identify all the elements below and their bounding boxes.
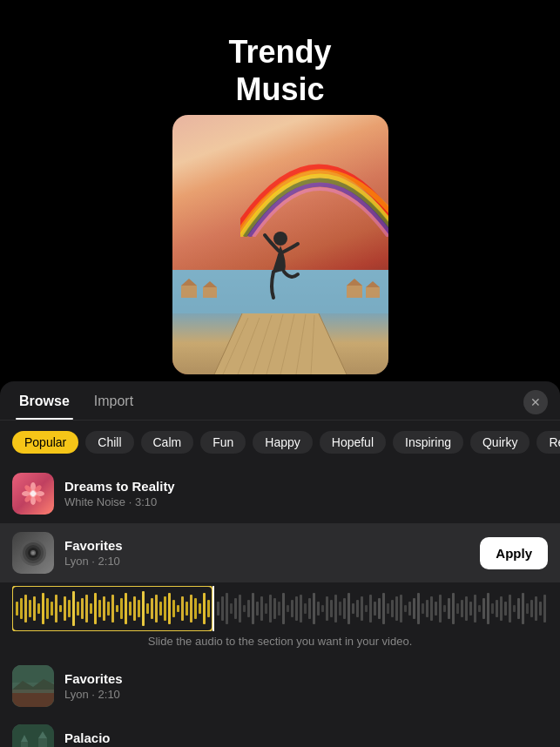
svg-rect-48 xyxy=(64,596,66,621)
svg-rect-85 xyxy=(226,593,228,624)
chip-fun[interactable]: Fun xyxy=(200,431,246,454)
tab-browse[interactable]: Browse xyxy=(16,394,73,420)
song-meta-dreams: White Noise · 3:10 xyxy=(64,495,548,508)
song-item-dreams[interactable]: Dreams to Reality White Noise · 3:10 xyxy=(0,464,560,523)
apply-button[interactable]: Apply xyxy=(480,537,548,569)
close-button[interactable]: ✕ xyxy=(523,390,548,414)
song-info-favorites-playing: Favorites Lyon · 2:10 xyxy=(64,538,469,568)
svg-rect-131 xyxy=(426,600,428,617)
svg-rect-70 xyxy=(159,602,162,616)
svg-rect-43 xyxy=(42,593,44,624)
song-title-favorites: Favorites xyxy=(64,671,548,686)
svg-rect-52 xyxy=(81,598,84,619)
song-item-favorites[interactable]: Favorites Lyon · 2:10 xyxy=(0,656,560,716)
svg-rect-38 xyxy=(20,598,23,619)
svg-rect-57 xyxy=(103,596,105,621)
svg-rect-72 xyxy=(168,593,171,624)
svg-rect-156 xyxy=(535,596,537,621)
svg-rect-68 xyxy=(151,598,153,619)
svg-rect-97 xyxy=(278,602,280,616)
chip-chill[interactable]: Chill xyxy=(85,431,133,454)
waveform-wrapper[interactable] xyxy=(12,586,548,631)
song-item-favorites-playing[interactable]: Favorites Lyon · 2:10 Apply xyxy=(0,523,560,582)
svg-rect-40 xyxy=(29,600,31,617)
svg-rect-114 xyxy=(352,603,354,614)
svg-rect-118 xyxy=(369,595,372,622)
filter-chips: Popular Chill Calm Fun Happy Hopeful Ins… xyxy=(0,421,560,464)
svg-rect-165 xyxy=(21,742,28,747)
palacio-thumb-svg xyxy=(12,724,54,747)
svg-rect-120 xyxy=(378,598,381,619)
svg-rect-12 xyxy=(181,286,197,298)
chip-reflective[interactable]: Reflective xyxy=(536,431,560,454)
dancer-silhouette xyxy=(254,226,307,313)
svg-rect-151 xyxy=(513,605,516,612)
svg-rect-91 xyxy=(252,593,254,624)
rainbow-decoration xyxy=(240,124,388,237)
svg-rect-163 xyxy=(12,724,54,747)
svg-rect-63 xyxy=(129,602,132,616)
svg-rect-98 xyxy=(282,593,285,624)
svg-rect-49 xyxy=(68,600,71,617)
svg-rect-76 xyxy=(186,602,188,616)
svg-rect-113 xyxy=(347,593,350,624)
svg-rect-71 xyxy=(164,596,166,621)
svg-rect-129 xyxy=(417,593,420,624)
chip-hopeful[interactable]: Hopeful xyxy=(320,431,386,454)
svg-rect-134 xyxy=(439,595,442,622)
song-thumb-palacio xyxy=(12,724,54,747)
svg-rect-133 xyxy=(435,602,437,616)
svg-rect-90 xyxy=(247,600,250,617)
slide-hint: Slide the audio to the section you want … xyxy=(12,635,548,648)
svg-rect-116 xyxy=(361,596,363,621)
svg-rect-115 xyxy=(356,600,359,617)
svg-rect-135 xyxy=(443,605,446,612)
svg-rect-121 xyxy=(382,593,385,624)
svg-rect-66 xyxy=(142,591,145,626)
song-thumb-favorites-playing xyxy=(12,532,54,574)
favorites-thumb-svg xyxy=(12,665,54,707)
song-item-palacio[interactable]: Palacio SLVA · 3:10 xyxy=(0,716,560,747)
tab-import[interactable]: Import xyxy=(91,394,137,420)
svg-rect-50 xyxy=(72,591,75,626)
svg-rect-105 xyxy=(313,593,315,624)
chip-quirky[interactable]: Quirky xyxy=(470,431,530,454)
svg-rect-106 xyxy=(317,602,320,616)
song-thumb-dreams xyxy=(12,473,54,515)
waveform-container[interactable]: Slide the audio to the section you want … xyxy=(0,582,560,655)
svg-rect-51 xyxy=(77,602,79,616)
svg-rect-83 xyxy=(217,602,219,616)
svg-rect-142 xyxy=(474,595,476,622)
svg-rect-149 xyxy=(504,602,507,616)
svg-rect-60 xyxy=(116,605,118,612)
svg-rect-65 xyxy=(138,600,140,617)
svg-rect-87 xyxy=(234,598,237,619)
svg-rect-138 xyxy=(456,603,459,614)
lower-songs: Favorites Lyon · 2:10 xyxy=(0,656,560,747)
svg-rect-108 xyxy=(326,596,328,621)
chip-inspiring[interactable]: Inspiring xyxy=(393,431,463,454)
svg-rect-92 xyxy=(256,602,259,616)
svg-rect-42 xyxy=(37,603,40,614)
page-title: Trendy Music xyxy=(228,33,331,108)
chip-calm[interactable]: Calm xyxy=(141,431,194,454)
svg-rect-153 xyxy=(522,593,524,624)
song-info-favorites: Favorites Lyon · 2:10 xyxy=(64,671,548,701)
svg-rect-125 xyxy=(400,595,402,622)
svg-rect-104 xyxy=(308,598,311,619)
svg-rect-41 xyxy=(33,596,36,621)
svg-rect-130 xyxy=(422,603,424,614)
svg-rect-47 xyxy=(59,605,62,612)
svg-rect-58 xyxy=(107,602,110,616)
svg-rect-74 xyxy=(177,605,179,612)
chip-popular[interactable]: Popular xyxy=(12,431,78,454)
song-title-favorites-playing: Favorites xyxy=(64,538,469,553)
flower-icon xyxy=(21,481,45,506)
svg-rect-99 xyxy=(287,605,289,612)
svg-rect-67 xyxy=(146,603,149,614)
chip-happy[interactable]: Happy xyxy=(253,431,312,454)
waveform-bars xyxy=(12,586,548,631)
svg-rect-111 xyxy=(339,602,341,616)
svg-rect-77 xyxy=(190,595,192,622)
svg-rect-132 xyxy=(430,596,433,621)
